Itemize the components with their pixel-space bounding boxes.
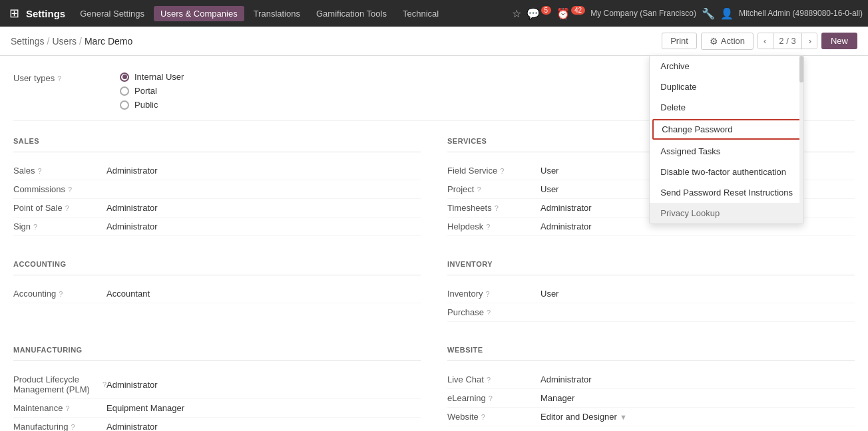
pos-field-label: Point of Sale ? xyxy=(13,203,107,213)
user-type-help[interactable]: ? xyxy=(57,74,61,82)
helpdesk-help[interactable]: ? xyxy=(486,223,490,231)
dropdown-archive[interactable]: Archive xyxy=(650,56,803,76)
website-section: WEBSITE Live Chat ? Administrator eLearn… xyxy=(447,341,855,431)
user-name[interactable]: Mitchell Admin (49889080-16-0-all) xyxy=(739,9,863,18)
field-service-label: Field Service ? xyxy=(447,166,541,176)
radio-label-public: Public xyxy=(134,100,158,110)
radio-label-internal: Internal User xyxy=(134,72,184,82)
field-row-accounting: Accounting ? Accountant xyxy=(13,285,421,303)
pagination-prev[interactable]: ‹ xyxy=(758,33,771,49)
breadcrumb-bar: Settings / Users / Marc Demo Print ⚙ Act… xyxy=(0,27,868,56)
manufacturing-label: Manufacturing ? xyxy=(13,422,107,431)
accounting-header: ACCOUNTING xyxy=(13,260,421,268)
apps-grid-icon[interactable]: ⊞ xyxy=(5,6,23,21)
dropdown-delete[interactable]: Delete xyxy=(650,97,803,118)
website-header: WEBSITE xyxy=(447,346,855,354)
radio-public[interactable]: Public xyxy=(120,100,184,110)
project-help[interactable]: ? xyxy=(477,186,481,194)
manufacturing-section: MANUFACTURING Product Lifecycle Manageme… xyxy=(13,341,421,431)
inventory-help[interactable]: ? xyxy=(485,290,489,298)
project-label: Project ? xyxy=(447,184,541,194)
dropdown-privacy-lookup[interactable]: Privacy Lookup xyxy=(650,203,803,223)
pos-help[interactable]: ? xyxy=(65,204,69,212)
sales-section: SALES Sales ? Administrator Commissions … xyxy=(13,132,421,236)
radio-internal-user[interactable]: Internal User xyxy=(120,72,184,82)
new-button[interactable]: New xyxy=(821,33,857,49)
maintenance-label: Maintenance ? xyxy=(13,403,107,413)
dropdown-duplicate[interactable]: Duplicate xyxy=(650,76,803,97)
field-service-value: User xyxy=(541,166,558,176)
company-name[interactable]: My Company (San Francisco) xyxy=(590,9,696,18)
field-service-help[interactable]: ? xyxy=(500,167,504,175)
dropdown-change-password[interactable]: Change Password xyxy=(652,119,801,140)
breadcrumb-actions: Print ⚙ Action ‹ 2 / 3 › New Archive Dup… xyxy=(662,33,857,50)
manufacturing-help[interactable]: ? xyxy=(71,423,75,431)
dropdown-scrollbar-track xyxy=(799,56,803,223)
maintenance-help[interactable]: ? xyxy=(65,404,69,412)
dropdown-assigned-tasks[interactable]: Assigned Tasks xyxy=(650,141,803,162)
radio-portal[interactable]: Portal xyxy=(120,86,184,96)
wrench-icon[interactable]: 🔧 xyxy=(702,7,715,20)
helpdesk-value: Administrator xyxy=(541,221,592,231)
inventory-label: Inventory ? xyxy=(447,289,541,299)
action-button[interactable]: ⚙ Action xyxy=(701,33,754,50)
nav-general-settings[interactable]: General Settings xyxy=(73,6,151,21)
chat-badge: 5 xyxy=(541,6,552,15)
dropdown-disable-2fa[interactable]: Disable two-factor authentication xyxy=(650,162,803,182)
field-row-manufacturing: Manufacturing ? Administrator xyxy=(13,418,421,431)
sales-header: SALES xyxy=(13,137,421,145)
livechat-help[interactable]: ? xyxy=(487,376,491,384)
elearning-label: eLearning ? xyxy=(447,393,541,403)
website-help[interactable]: ? xyxy=(481,413,485,421)
nav-translations[interactable]: Translations xyxy=(247,6,307,21)
sign-help[interactable]: ? xyxy=(33,223,37,231)
nav-gamification[interactable]: Gamification Tools xyxy=(310,6,393,21)
field-row-inventory: Inventory ? User xyxy=(447,285,855,303)
pagination: ‹ 2 / 3 › xyxy=(758,33,817,49)
field-row-commissions: Commissions ? xyxy=(13,180,421,199)
pagination-next[interactable]: › xyxy=(803,33,817,49)
sign-field-label: Sign ? xyxy=(13,221,107,231)
breadcrumb-settings[interactable]: Settings xyxy=(11,36,45,47)
user-type-radio-group: Internal User Portal Public xyxy=(120,72,184,110)
manufacturing-value: Administrator xyxy=(107,422,158,431)
field-row-sign: Sign ? Administrator xyxy=(13,217,421,236)
field-row-purchase: Purchase ? xyxy=(447,303,855,322)
field-row-maintenance: Maintenance ? Equipment Manager xyxy=(13,399,421,418)
activity-badge: 42 xyxy=(571,6,585,15)
action-label: Action xyxy=(721,36,745,46)
pagination-text: 2 / 3 xyxy=(773,33,801,49)
clock-icon[interactable]: ⏰ xyxy=(556,7,570,20)
accounting-help[interactable]: ? xyxy=(59,290,63,298)
purchase-help[interactable]: ? xyxy=(487,309,491,317)
nav-technical[interactable]: Technical xyxy=(396,6,445,21)
website-field-value[interactable]: Editor and Designer ▼ xyxy=(541,412,627,422)
top-nav: ⊞ Settings General Settings Users & Comp… xyxy=(0,0,868,27)
field-row-livechat: Live Chat ? Administrator xyxy=(447,370,855,389)
plm-value: Administrator xyxy=(107,380,158,390)
print-button[interactable]: Print xyxy=(662,33,697,49)
user-avatar[interactable]: 👤 xyxy=(720,7,734,20)
timesheets-help[interactable]: ? xyxy=(495,204,499,212)
livechat-label: Live Chat ? xyxy=(447,374,541,384)
breadcrumb-sep-1: / xyxy=(47,36,50,47)
radio-dot-portal xyxy=(120,86,129,96)
breadcrumb: Settings / Users / Marc Demo xyxy=(11,36,132,47)
website-field-label: Website ? xyxy=(447,412,541,422)
inventory-header: INVENTORY xyxy=(447,260,855,268)
maintenance-value: Equipment Manager xyxy=(107,403,184,413)
dropdown-send-password-reset[interactable]: Send Password Reset Instructions xyxy=(650,182,803,203)
field-row-plm: Product Lifecycle Management (PLM) ? Adm… xyxy=(13,370,421,399)
top-nav-right: ☆ 💬 5 ⏰ 42 My Company (San Francisco) 🔧 … xyxy=(512,7,863,20)
livechat-value: Administrator xyxy=(541,374,592,384)
commissions-help[interactable]: ? xyxy=(68,186,72,194)
user-type-label: User types ? xyxy=(13,72,120,83)
sales-help[interactable]: ? xyxy=(38,167,42,175)
speech-bubble-icon[interactable]: 💬 xyxy=(527,7,540,20)
helpdesk-label: Helpdesk ? xyxy=(447,221,541,231)
nav-users-companies[interactable]: Users & Companies xyxy=(154,6,244,21)
breadcrumb-users[interactable]: Users xyxy=(52,36,77,47)
radio-dot-internal xyxy=(120,72,129,82)
elearning-help[interactable]: ? xyxy=(489,394,493,402)
star-icon[interactable]: ☆ xyxy=(512,7,521,20)
